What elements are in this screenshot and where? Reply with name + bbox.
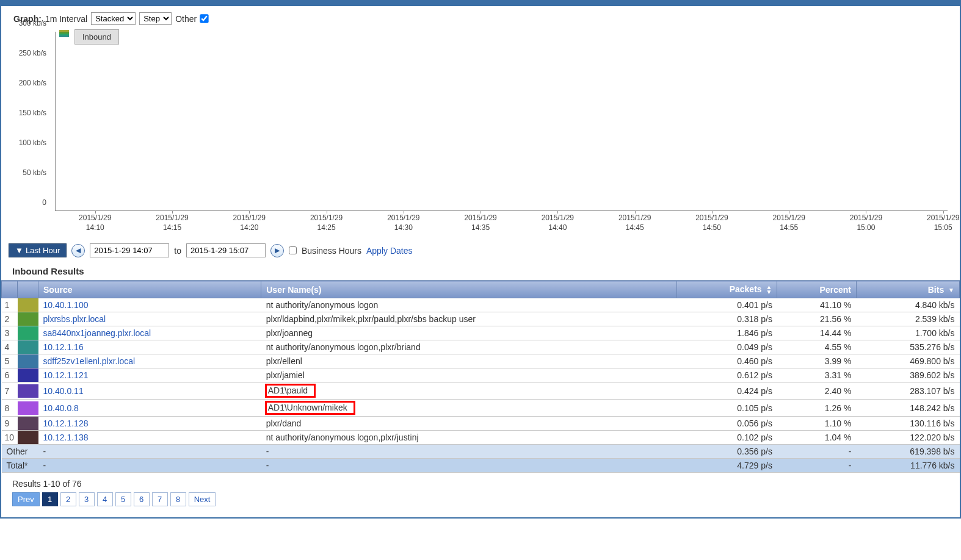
cell-percent: 3.31 % [777, 368, 857, 382]
summary-label: Total* [2, 459, 38, 473]
step-select[interactable]: Step [139, 12, 172, 25]
from-date-input[interactable] [90, 243, 169, 257]
summary-row-total: Total*--4.729 p/s-11.776 kb/s [2, 459, 960, 473]
row-index: 9 [2, 417, 18, 431]
y-tick-label: 250 kb/s [19, 49, 46, 57]
col-packets[interactable]: Packets ▲▼ [677, 281, 777, 298]
source-link[interactable]: 10.12.1.128 [43, 418, 89, 428]
table-row: 1010.12.1.138nt authority/anonymous logo… [2, 431, 960, 445]
source-link[interactable]: 10.40.0.11 [43, 386, 84, 396]
y-tick-label: 300 kb/s [19, 19, 46, 27]
table-row: 3sa8440nx1joanneg.plxr.localplxr/joanneg… [2, 326, 960, 340]
summary-label: Other [2, 445, 38, 459]
source-link[interactable]: 10.12.1.121 [43, 370, 89, 380]
cell-percent: - [777, 445, 857, 459]
highlight-annotation: AD1\Unknown/mikek [265, 401, 355, 415]
graph-controls: Graph: 1m Interval Stacked Step Other [1, 6, 960, 28]
x-tick-label: 2015/1/2914:40 [527, 214, 588, 232]
cell-percent: 14.44 % [777, 326, 857, 340]
cell-bits: 535.276 b/s [856, 340, 959, 354]
col-source[interactable]: Source [38, 281, 261, 298]
cell-bits: 619.398 b/s [856, 445, 959, 459]
cell-user: nt authority/anonymous logon,plxr/justin… [261, 431, 677, 445]
business-hours-checkbox[interactable] [289, 246, 297, 254]
cell-percent: - [777, 459, 857, 473]
prev-time-button[interactable]: ◀ [71, 244, 85, 257]
col-percent[interactable]: Percent [777, 281, 857, 298]
graph-interval: 1m Interval [45, 14, 87, 24]
cell-packets: 0.102 p/s [677, 431, 777, 445]
pager-page-button[interactable]: 5 [115, 492, 131, 506]
cell-bits: 1.700 kb/s [856, 326, 959, 340]
x-tick-label: 2015/1/2914:35 [450, 214, 511, 232]
apply-dates-link[interactable]: Apply Dates [366, 246, 412, 256]
cell-percent: 3.99 % [777, 354, 857, 368]
cell-source: plxrsbs.plxr.local [38, 312, 261, 326]
cell-user: plxr/joanneg [261, 326, 677, 340]
source-link[interactable]: 10.12.1.16 [43, 342, 84, 352]
row-index: 5 [2, 354, 18, 368]
table-row: 5sdff25zv1ellenl.plxr.localplxr/ellenl0.… [2, 354, 960, 368]
inbound-legend[interactable]: Inbound [74, 29, 119, 45]
last-hour-button[interactable]: ▼ Last Hour [9, 243, 67, 257]
table-row: 410.12.1.16nt authority/anonymous logon,… [2, 340, 960, 354]
cell-user: plxr/jamiel [261, 368, 677, 382]
row-index: 7 [2, 382, 18, 400]
cell-user: plxr/ellenl [261, 354, 677, 368]
other-label: Other [175, 14, 197, 24]
x-tick-label: 2015/1/2915:05 [913, 214, 961, 232]
pager-page-button[interactable]: 8 [170, 492, 186, 506]
row-index: 1 [2, 298, 18, 312]
y-axis: 050 kb/s100 kb/s150 kb/s200 kb/s250 kb/s… [13, 32, 50, 211]
cell-percent: 41.10 % [777, 298, 857, 312]
row-color [18, 417, 38, 431]
chart-plot[interactable] [55, 32, 948, 211]
cell-user: nt authority/anonymous logon,plxr/briand [261, 340, 677, 354]
business-hours-label: Business Hours [302, 246, 361, 256]
results-heading: Inbound Results [1, 266, 960, 280]
pager-page-button[interactable]: 3 [79, 492, 95, 506]
stacked-select[interactable]: Stacked [91, 12, 136, 25]
cell-percent: 1.04 % [777, 431, 857, 445]
row-index: 6 [2, 368, 18, 382]
pager-prev-button[interactable]: Prev [12, 492, 40, 506]
x-tick-label: 2015/1/2914:50 [681, 214, 742, 232]
cell-percent: 1.26 % [777, 400, 857, 417]
cell-packets: 0.056 p/s [677, 417, 777, 431]
x-tick-label: 2015/1/2914:45 [604, 214, 665, 232]
pager-page-button[interactable]: 6 [134, 492, 150, 506]
cell-bits: 2.539 kb/s [856, 312, 959, 326]
source-link[interactable]: 10.12.1.138 [43, 433, 89, 442]
cell-packets: 0.424 p/s [677, 382, 777, 400]
cell-percent: 21.56 % [777, 312, 857, 326]
to-label: to [174, 246, 181, 256]
cell-bits: 469.800 b/s [856, 354, 959, 368]
pager-next-button[interactable]: Next [189, 492, 216, 506]
pager-page-button[interactable]: 4 [97, 492, 113, 506]
row-index: 10 [2, 431, 18, 445]
cell-user: nt authority/anonymous logon [261, 298, 677, 312]
cell-user: AD1\pauld [261, 382, 677, 400]
source-link[interactable]: sdff25zv1ellenl.plxr.local [43, 356, 136, 366]
source-link[interactable]: plxrsbs.plxr.local [43, 314, 106, 324]
pager-page-button[interactable]: 1 [42, 492, 58, 506]
row-color [18, 354, 38, 368]
col-color [18, 281, 38, 298]
cell-source: 10.12.1.138 [38, 431, 261, 445]
pager-page-button[interactable]: 7 [152, 492, 168, 506]
col-bits[interactable]: Bits ▼ [856, 281, 959, 298]
table-row: 810.40.0.8AD1\Unknown/mikek0.105 p/s1.26… [2, 400, 960, 417]
cell-source: sdff25zv1ellenl.plxr.local [38, 354, 261, 368]
x-tick-label: 2015/1/2914:25 [296, 214, 357, 232]
source-link[interactable]: sa8440nx1joanneg.plxr.local [43, 328, 151, 338]
row-index: 8 [2, 400, 18, 417]
other-checkbox[interactable] [200, 14, 209, 23]
pager-page-button[interactable]: 2 [60, 492, 76, 506]
col-user[interactable]: User Name(s) [261, 281, 677, 298]
to-date-input[interactable] [186, 243, 266, 257]
next-time-button[interactable]: ▶ [270, 244, 284, 257]
cell-percent: 4.55 % [777, 340, 857, 354]
cell-source: 10.12.1.121 [38, 368, 261, 382]
source-link[interactable]: 10.40.0.8 [43, 403, 79, 413]
source-link[interactable]: 10.40.1.100 [43, 300, 89, 310]
